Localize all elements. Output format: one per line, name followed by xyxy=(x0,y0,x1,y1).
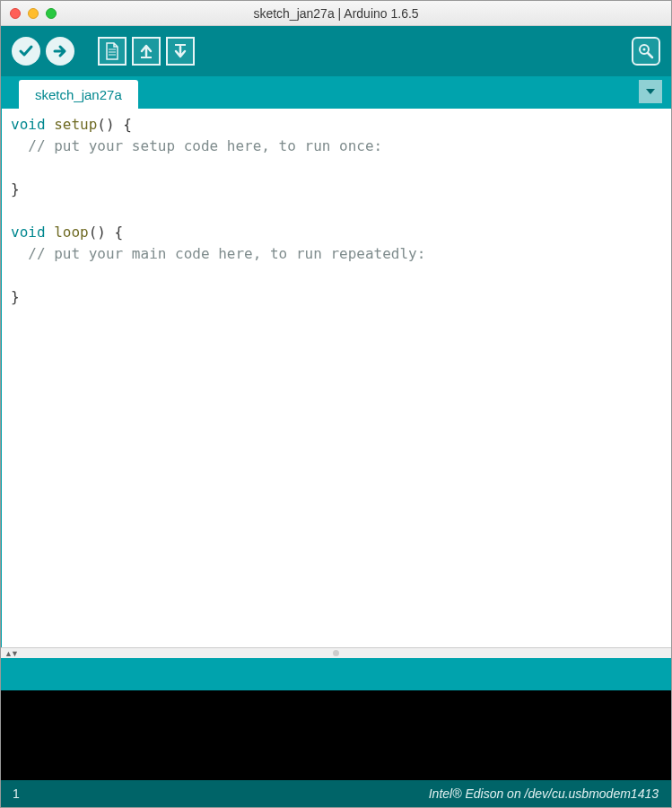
maximize-icon[interactable] xyxy=(46,8,57,19)
tab-menu-button[interactable] xyxy=(639,80,662,103)
open-button[interactable] xyxy=(132,37,161,66)
code-token: loop xyxy=(54,224,89,241)
serial-monitor-button[interactable] xyxy=(632,37,660,66)
code-token: () { xyxy=(97,116,132,133)
status-bar xyxy=(1,658,671,690)
arrow-down-icon xyxy=(172,43,188,59)
check-icon xyxy=(18,43,34,59)
code-token: } xyxy=(11,180,20,198)
code-token: void xyxy=(11,224,54,241)
code-token: () { xyxy=(89,224,124,241)
chevron-down-icon xyxy=(645,86,656,97)
arrow-right-icon xyxy=(52,43,68,59)
code-editor[interactable]: void setup() { // put your setup code he… xyxy=(1,109,671,647)
code-token: setup xyxy=(54,116,97,133)
code-token: // put your main code here, to run repea… xyxy=(11,245,425,262)
upload-button[interactable] xyxy=(46,37,74,66)
arrow-up-icon xyxy=(138,43,154,59)
splitter-arrows-icon: ▲▼ xyxy=(4,649,17,658)
console-output[interactable] xyxy=(1,690,671,780)
verify-button[interactable] xyxy=(12,37,40,66)
minimize-icon[interactable] xyxy=(28,8,39,19)
titlebar[interactable]: sketch_jan27a | Arduino 1.6.5 xyxy=(1,1,671,26)
board-port-label: Intel® Edison on /dev/cu.usbmodem1413 xyxy=(429,786,659,801)
splitter-grip-icon xyxy=(333,650,339,656)
file-icon xyxy=(104,42,120,60)
svg-point-7 xyxy=(643,48,646,51)
code-token: // put your setup code here, to run once… xyxy=(11,137,382,154)
tabbar: sketch_jan27a xyxy=(1,76,671,109)
code-token: } xyxy=(11,288,20,305)
footer: 1 Intel® Edison on /dev/cu.usbmodem1413 xyxy=(1,780,671,807)
splitter[interactable]: ▲▼ xyxy=(1,647,671,658)
save-button[interactable] xyxy=(166,37,195,66)
close-icon[interactable] xyxy=(10,8,21,19)
line-number: 1 xyxy=(13,786,20,801)
tab-active[interactable]: sketch_jan27a xyxy=(19,80,138,109)
magnifier-icon xyxy=(637,42,655,60)
svg-line-6 xyxy=(648,53,652,57)
toolbar xyxy=(1,26,671,76)
window-title: sketch_jan27a | Arduino 1.6.5 xyxy=(1,6,671,21)
new-button[interactable] xyxy=(98,37,127,66)
code-token: void xyxy=(11,116,54,133)
window-controls xyxy=(10,8,57,19)
